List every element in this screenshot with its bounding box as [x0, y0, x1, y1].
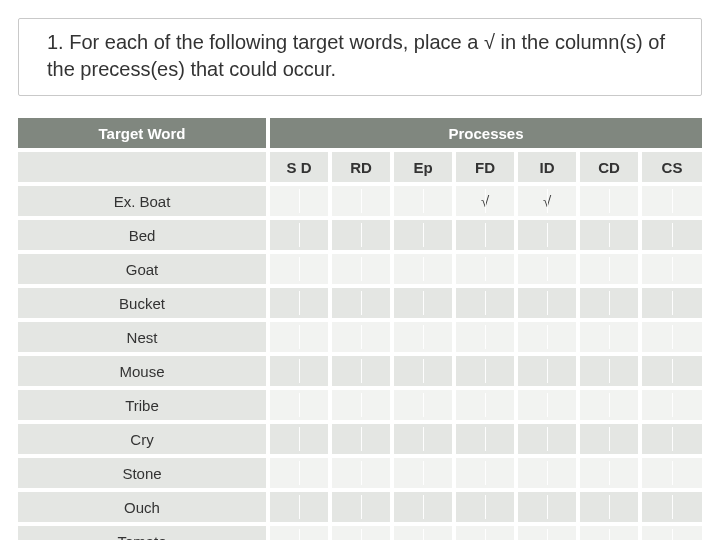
- cell-ep[interactable]: [392, 388, 454, 422]
- cell-fd[interactable]: [454, 252, 516, 286]
- cell-fd[interactable]: [454, 422, 516, 456]
- table-row: Ouch: [18, 490, 702, 524]
- col-cs: CS: [640, 150, 702, 184]
- cell-sd[interactable]: [268, 286, 330, 320]
- target-word-cell: Mouse: [18, 354, 268, 388]
- prompt-text: 1. For each of the following target word…: [47, 31, 665, 80]
- cell-sd[interactable]: [268, 252, 330, 286]
- col-id: ID: [516, 150, 578, 184]
- col-fd: FD: [454, 150, 516, 184]
- cell-cd[interactable]: [578, 252, 640, 286]
- cell-cd[interactable]: [578, 320, 640, 354]
- cell-cs[interactable]: [640, 354, 702, 388]
- cell-fd[interactable]: [454, 524, 516, 540]
- cell-rd[interactable]: [330, 252, 392, 286]
- col-rd: RD: [330, 150, 392, 184]
- target-word-cell: Ex. Boat: [18, 184, 268, 218]
- cell-fd[interactable]: [454, 456, 516, 490]
- cell-cs[interactable]: [640, 286, 702, 320]
- question-prompt: 1. For each of the following target word…: [18, 18, 702, 96]
- cell-rd[interactable]: [330, 320, 392, 354]
- cell-cs[interactable]: [640, 490, 702, 524]
- cell-cs[interactable]: [640, 456, 702, 490]
- cell-cd[interactable]: [578, 524, 640, 540]
- cell-cs[interactable]: [640, 524, 702, 540]
- cell-id[interactable]: [516, 388, 578, 422]
- cell-ep[interactable]: [392, 354, 454, 388]
- cell-fd[interactable]: [454, 320, 516, 354]
- cell-id[interactable]: [516, 320, 578, 354]
- cell-fd[interactable]: √: [454, 184, 516, 218]
- cell-fd[interactable]: [454, 388, 516, 422]
- cell-cd[interactable]: [578, 354, 640, 388]
- cell-ep[interactable]: [392, 320, 454, 354]
- cell-id[interactable]: [516, 422, 578, 456]
- slide: 1. For each of the following target word…: [0, 0, 720, 540]
- header-target-word: Target Word: [18, 118, 268, 150]
- cell-rd[interactable]: [330, 422, 392, 456]
- cell-id[interactable]: [516, 490, 578, 524]
- cell-cs[interactable]: [640, 184, 702, 218]
- target-word-cell: Cry: [18, 422, 268, 456]
- cell-cs[interactable]: [640, 388, 702, 422]
- cell-rd[interactable]: [330, 218, 392, 252]
- header-row-1: Target Word Processes: [18, 118, 702, 150]
- cell-sd[interactable]: [268, 184, 330, 218]
- col-sd: S D: [268, 150, 330, 184]
- cell-sd[interactable]: [268, 422, 330, 456]
- cell-ep[interactable]: [392, 218, 454, 252]
- cell-ep[interactable]: [392, 524, 454, 540]
- cell-ep[interactable]: [392, 422, 454, 456]
- cell-sd[interactable]: [268, 456, 330, 490]
- cell-rd[interactable]: [330, 354, 392, 388]
- target-word-cell: Goat: [18, 252, 268, 286]
- cell-id[interactable]: [516, 252, 578, 286]
- cell-ep[interactable]: [392, 286, 454, 320]
- cell-fd[interactable]: [454, 490, 516, 524]
- cell-fd[interactable]: [454, 286, 516, 320]
- cell-sd[interactable]: [268, 354, 330, 388]
- cell-id[interactable]: [516, 524, 578, 540]
- table-row: Stone: [18, 456, 702, 490]
- cell-id[interactable]: [516, 218, 578, 252]
- cell-cd[interactable]: [578, 422, 640, 456]
- cell-fd[interactable]: [454, 218, 516, 252]
- cell-sd[interactable]: [268, 218, 330, 252]
- cell-rd[interactable]: [330, 286, 392, 320]
- cell-cs[interactable]: [640, 320, 702, 354]
- cell-cs[interactable]: [640, 252, 702, 286]
- table-row: Ex. Boat √ √: [18, 184, 702, 218]
- cell-rd[interactable]: [330, 524, 392, 540]
- cell-cd[interactable]: [578, 456, 640, 490]
- cell-ep[interactable]: [392, 184, 454, 218]
- target-word-cell: Bed: [18, 218, 268, 252]
- cell-cs[interactable]: [640, 422, 702, 456]
- cell-cd[interactable]: [578, 184, 640, 218]
- cell-ep[interactable]: [392, 456, 454, 490]
- cell-ep[interactable]: [392, 252, 454, 286]
- target-word-cell: Tribe: [18, 388, 268, 422]
- cell-cd[interactable]: [578, 218, 640, 252]
- cell-sd[interactable]: [268, 524, 330, 540]
- cell-sd[interactable]: [268, 320, 330, 354]
- cell-sd[interactable]: [268, 490, 330, 524]
- cell-sd[interactable]: [268, 388, 330, 422]
- cell-rd[interactable]: [330, 490, 392, 524]
- worksheet-table-wrap: Target Word Processes S D RD Ep FD ID CD…: [18, 118, 702, 540]
- cell-rd[interactable]: [330, 184, 392, 218]
- cell-id[interactable]: [516, 354, 578, 388]
- cell-id[interactable]: √: [516, 184, 578, 218]
- cell-id[interactable]: [516, 456, 578, 490]
- header-processes: Processes: [268, 118, 702, 150]
- cell-rd[interactable]: [330, 456, 392, 490]
- cell-fd[interactable]: [454, 354, 516, 388]
- cell-id[interactable]: [516, 286, 578, 320]
- cell-cd[interactable]: [578, 286, 640, 320]
- cell-rd[interactable]: [330, 388, 392, 422]
- cell-cd[interactable]: [578, 490, 640, 524]
- cell-cd[interactable]: [578, 388, 640, 422]
- table-row: Tomato: [18, 524, 702, 540]
- cell-cs[interactable]: [640, 218, 702, 252]
- table-row: Bucket: [18, 286, 702, 320]
- cell-ep[interactable]: [392, 490, 454, 524]
